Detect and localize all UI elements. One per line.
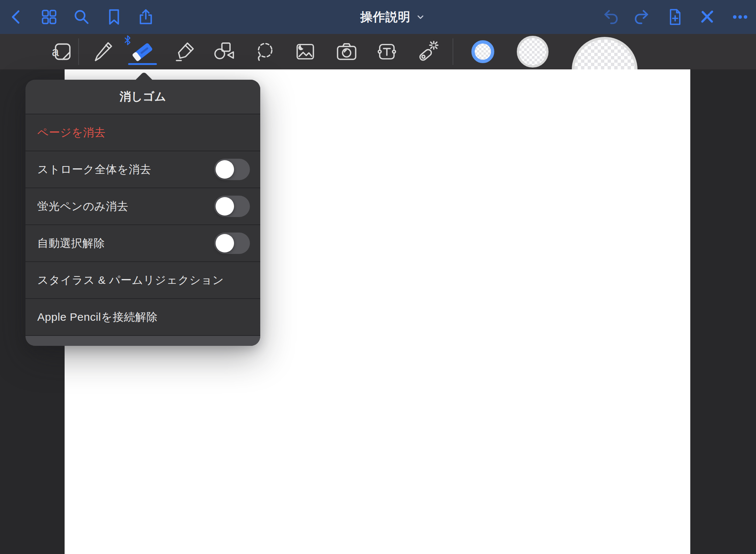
text-box-icon — [375, 40, 398, 63]
search-button[interactable] — [71, 7, 92, 27]
ellipsis-icon — [731, 8, 749, 26]
popover-scroll-hint — [25, 335, 260, 346]
tool-highlighter[interactable] — [173, 40, 196, 63]
toggle-auto-deselect[interactable] — [214, 233, 250, 254]
menu-item-erase-page[interactable]: ページを消去 — [25, 114, 260, 151]
tool-photo[interactable] — [293, 40, 317, 63]
menu-item-label: 自動選択解除 — [37, 236, 105, 251]
menu-item-label: 蛍光ペンのみ消去 — [37, 199, 128, 214]
menu-item-label: スタイラス & パームリジェクション — [37, 273, 224, 288]
photo-icon — [294, 40, 317, 63]
active-tool-indicator — [128, 63, 157, 65]
laser-pointer-icon — [416, 40, 439, 63]
undo-icon — [601, 8, 619, 26]
tool-view-mode[interactable]: a — [49, 40, 73, 63]
share-icon — [137, 8, 155, 26]
tool-pen[interactable] — [91, 40, 114, 63]
document-title-menu[interactable]: 操作説明 — [360, 0, 425, 34]
shapes-icon — [212, 40, 235, 63]
redo-icon — [633, 8, 652, 26]
undo-button[interactable] — [600, 7, 621, 27]
svg-text:a: a — [52, 44, 59, 59]
menu-item-stylus-palm-rejection[interactable]: スタイラス & パームリジェクション — [25, 261, 260, 298]
page-title: 操作説明 — [360, 9, 410, 25]
tool-eraser[interactable] — [129, 38, 155, 65]
menu-item-label: ページを消去 — [37, 125, 106, 140]
eraser-icon — [129, 38, 155, 65]
eraser-options-popover: 消しゴム ページを消去 ストローク全体を消去 蛍光ペンのみ消去 自動選択解除 ス… — [25, 80, 260, 346]
grid-icon — [40, 8, 58, 26]
redo-button[interactable] — [632, 7, 653, 27]
search-icon — [72, 8, 91, 26]
menu-item-disconnect-apple-pencil[interactable]: Apple Pencilを接続解除 — [25, 298, 260, 335]
menu-item-auto-deselect[interactable]: 自動選択解除 — [25, 224, 260, 261]
toolbar-separator — [453, 38, 453, 65]
more-options-button[interactable] — [730, 7, 750, 27]
page-thumbnails-button[interactable] — [39, 7, 59, 27]
tool-toolbar: a — [0, 34, 756, 69]
toggle-knob — [216, 234, 234, 252]
tool-laser-pointer[interactable] — [415, 40, 439, 63]
eraser-size-medium-swatch[interactable] — [517, 36, 549, 68]
bookmark-icon — [105, 8, 123, 26]
toggle-knob — [216, 160, 234, 179]
eraser-size-large-swatch[interactable] — [572, 37, 638, 69]
pen-icon — [91, 40, 114, 63]
menu-item-label: ストローク全体を消去 — [37, 162, 151, 177]
stylus-cross-icon — [698, 8, 717, 26]
camera-icon — [335, 40, 358, 63]
menu-item-erase-entire-stroke[interactable]: ストローク全体を消去 — [25, 151, 260, 187]
top-navbar: 操作説明 — [0, 0, 756, 34]
add-page-button[interactable] — [665, 7, 685, 27]
add-page-icon — [666, 8, 684, 26]
popover-title: 消しゴム — [120, 89, 166, 104]
chevron-down-icon — [416, 13, 425, 21]
eraser-size-small-swatch[interactable] — [471, 40, 494, 63]
bookmark-button[interactable] — [104, 7, 124, 27]
tool-shapes[interactable] — [212, 40, 235, 63]
tool-text[interactable] — [375, 40, 399, 63]
toggle-erase-highlighter-only[interactable] — [214, 196, 250, 217]
view-mode-icon: a — [50, 40, 73, 63]
toolbar-separator — [78, 38, 79, 65]
tool-lasso[interactable] — [253, 40, 276, 63]
menu-item-erase-highlighter-only[interactable]: 蛍光ペンのみ消去 — [25, 187, 260, 224]
back-button[interactable] — [6, 7, 27, 27]
chevron-left-icon — [7, 8, 26, 26]
toggle-knob — [216, 197, 234, 216]
goodnotes-document-screen: 操作説明 — [0, 0, 756, 554]
stylus-toggle-button[interactable] — [697, 7, 718, 27]
lasso-icon — [253, 40, 276, 63]
toggle-erase-entire-stroke[interactable] — [214, 159, 250, 180]
highlighter-icon — [173, 40, 196, 63]
menu-item-label: Apple Pencilを接続解除 — [37, 310, 158, 325]
tool-camera[interactable] — [335, 40, 358, 63]
share-button[interactable] — [135, 7, 156, 27]
bluetooth-icon — [123, 35, 132, 46]
popover-title-bar: 消しゴム — [25, 80, 260, 114]
